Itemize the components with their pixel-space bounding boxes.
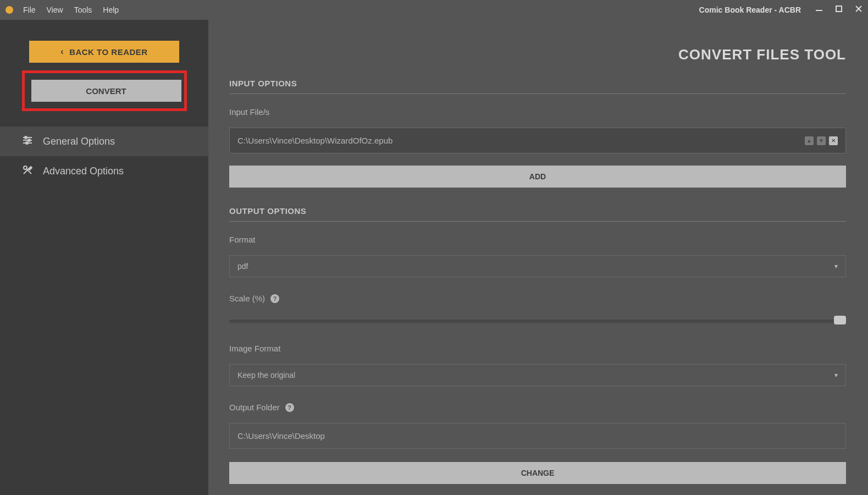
maximize-icon[interactable] xyxy=(835,5,843,15)
sliders-icon xyxy=(22,135,33,148)
move-up-icon[interactable]: ▲ xyxy=(805,136,814,145)
help-icon[interactable]: ? xyxy=(270,294,279,303)
sidebar-item-label: General Options xyxy=(43,136,115,147)
input-file-path-box[interactable]: C:\Users\Vince\Desktop\WizardOfOz.epub ▲… xyxy=(229,128,846,153)
scale-label: Scale (%) ? xyxy=(229,294,846,303)
svg-point-5 xyxy=(25,136,27,139)
menu-bar: File View Tools Help xyxy=(23,6,119,14)
input-files-label: Input File/s xyxy=(229,107,846,117)
input-file-path-text: C:\Users\Vince\Desktop\WizardOfOz.epub xyxy=(237,136,392,145)
image-format-value: Keep the original xyxy=(237,371,295,380)
sidebar-nav: General Options Advanced Options xyxy=(18,127,190,186)
page-title: CONVERT FILES TOOL xyxy=(229,46,846,63)
image-format-select[interactable]: Keep the original ▾ xyxy=(229,364,846,386)
svg-point-7 xyxy=(28,139,30,141)
format-select[interactable]: pdf ▾ xyxy=(229,255,846,277)
chevron-down-icon: ▾ xyxy=(834,262,838,270)
sidebar-item-label: Advanced Options xyxy=(43,166,124,177)
app-logo-icon xyxy=(5,6,13,14)
image-format-label: Image Format xyxy=(229,344,846,353)
menu-tools[interactable]: Tools xyxy=(74,6,92,14)
output-folder-box[interactable]: C:\Users\Vince\Desktop xyxy=(229,423,846,449)
minimize-icon[interactable] xyxy=(815,5,823,15)
scale-label-text: Scale (%) xyxy=(229,294,265,303)
menu-view[interactable]: View xyxy=(47,6,63,14)
input-file-actions: ▲ ▼ ✕ xyxy=(805,136,838,145)
format-label: Format xyxy=(229,235,846,244)
titlebar: File View Tools Help Comic Book Reader -… xyxy=(0,0,868,20)
sidebar: ‹ BACK TO READER CONVERT General Options xyxy=(0,20,208,495)
svg-rect-1 xyxy=(836,6,842,12)
add-button[interactable]: ADD xyxy=(229,166,846,188)
back-button-label: BACK TO READER xyxy=(69,47,148,57)
change-button[interactable]: CHANGE xyxy=(229,462,846,484)
sidebar-item-advanced-options[interactable]: Advanced Options xyxy=(0,156,208,186)
chevron-left-icon: ‹ xyxy=(60,47,64,57)
menu-file[interactable]: File xyxy=(23,6,36,14)
input-options-header: INPUT OPTIONS xyxy=(229,79,846,94)
highlight-annotation: CONVERT xyxy=(22,70,187,111)
content-pane: CONVERT FILES TOOL INPUT OPTIONS Input F… xyxy=(208,20,868,495)
slider-thumb[interactable] xyxy=(834,316,846,324)
help-icon[interactable]: ? xyxy=(285,403,294,412)
slider-track xyxy=(229,320,846,323)
remove-file-icon[interactable]: ✕ xyxy=(829,136,838,145)
close-icon[interactable] xyxy=(855,5,863,15)
window-controls xyxy=(815,5,863,15)
convert-button[interactable]: CONVERT xyxy=(31,80,181,102)
svg-point-9 xyxy=(26,142,28,144)
move-down-icon[interactable]: ▼ xyxy=(817,136,826,145)
tools-icon xyxy=(22,164,33,178)
sidebar-item-general-options[interactable]: General Options xyxy=(0,127,208,156)
back-to-reader-button[interactable]: ‹ BACK TO READER xyxy=(29,41,179,63)
scale-slider[interactable] xyxy=(229,314,846,328)
menu-help[interactable]: Help xyxy=(103,6,119,14)
output-folder-label: Output Folder ? xyxy=(229,403,846,412)
svg-point-12 xyxy=(24,166,27,169)
chevron-down-icon: ▾ xyxy=(834,371,838,379)
output-folder-label-text: Output Folder xyxy=(229,403,280,412)
output-options-header: OUTPUT OPTIONS xyxy=(229,206,846,222)
app-title: Comic Book Reader - ACBR xyxy=(699,6,801,14)
format-value: pdf xyxy=(237,262,248,271)
output-folder-value: C:\Users\Vince\Desktop xyxy=(237,431,325,441)
